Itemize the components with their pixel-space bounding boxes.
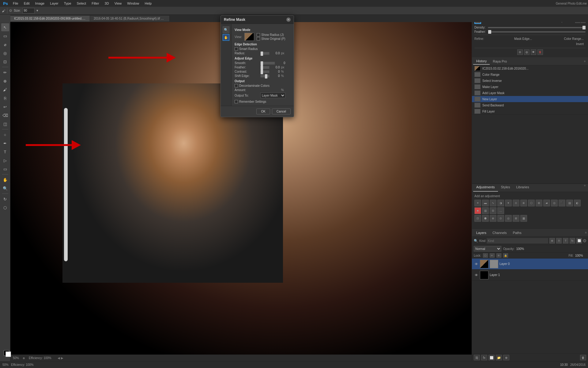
exposure-icon[interactable]: ◑ [497, 200, 504, 206]
decontaminate-checkbox[interactable] [235, 84, 238, 87]
ok-button[interactable]: OK [256, 109, 270, 114]
channel-mixer-icon[interactable]: ⊞ [536, 200, 542, 206]
levels-icon[interactable]: ▬ [482, 200, 489, 206]
blend-mode-select[interactable]: Normal [474, 246, 501, 251]
history-item-3[interactable]: Make Layer [472, 84, 588, 90]
tab-layers[interactable]: Layers [473, 230, 489, 236]
adj-icon-c[interactable]: ⊕ [490, 215, 496, 222]
adj-panel-collapse[interactable]: ≡ [583, 184, 587, 192]
smooth-slider[interactable] [260, 62, 275, 65]
new-group-btn[interactable]: 📁 [496, 355, 502, 360]
layers-mask-btn[interactable]: ⬜ [576, 238, 582, 243]
lock-pixels-btn[interactable]: ✏ [490, 253, 495, 258]
healing-tool[interactable]: ⊕ [1, 77, 9, 85]
tab-styles[interactable]: Styles [498, 184, 513, 192]
layers-panel-expand[interactable]: ≡ [585, 231, 587, 234]
foreground-color[interactable] [6, 351, 11, 357]
move-tool[interactable]: ↖ [1, 23, 9, 31]
invert-btn[interactable]: Invert [574, 42, 586, 46]
layer-1-visibility[interactable]: 👁 [474, 273, 479, 278]
nav-arrows[interactable]: ◀ ▶ [58, 356, 63, 360]
density-slider[interactable] [488, 27, 586, 28]
adj-icon-d[interactable]: ⊙ [497, 215, 504, 222]
dialog-close-btn[interactable]: ✕ [286, 17, 291, 22]
menu-file[interactable]: File [10, 1, 21, 6]
layer-0-mask-thumb[interactable] [490, 260, 498, 268]
dialog-zoom-tool[interactable]: 🔍 [223, 26, 229, 33]
layer-item-0[interactable]: 👁 Layer 0 [472, 259, 588, 270]
adj-icon-g[interactable]: ▦ [520, 215, 527, 222]
tab-main-document[interactable]: IC2015.03.02.158-Edit-20160203-091908-un… [10, 15, 90, 21]
brightness-contrast-icon[interactable]: ☀ [474, 200, 481, 206]
menu-3d[interactable]: 3D [102, 1, 111, 6]
layers-color-btn[interactable] [583, 239, 586, 242]
menu-select[interactable]: Select [74, 1, 89, 6]
menu-window[interactable]: Window [125, 1, 141, 6]
tab-adjustments[interactable]: Adjustments [473, 184, 498, 192]
remember-checkbox[interactable] [235, 100, 238, 103]
clone-tool[interactable]: ⎘ [1, 94, 9, 102]
tab-secondary-document[interactable]: 2016-04-05 18-40-51 (B,Radius4,Smoothing… [90, 15, 170, 21]
layer-0-visibility[interactable]: 👁 [474, 262, 479, 266]
adj-icon-f[interactable]: ⊞ [513, 215, 519, 222]
tab-raya-pro[interactable]: Raya Pro [490, 58, 510, 64]
layer-item-1[interactable]: 👁 Layer 1 [472, 270, 588, 281]
gradient-tool[interactable]: ◫ [1, 120, 9, 128]
add-mask-btn[interactable]: ⬜ [488, 355, 495, 360]
shape-tool[interactable]: ▭ [1, 165, 9, 173]
apply-mask-icon[interactable]: ⊙ [517, 49, 523, 55]
tab-paths[interactable]: Paths [510, 230, 525, 236]
lock-transparent-btn[interactable]: ⬡ [483, 253, 488, 258]
posterize-icon[interactable]: ▤ [566, 200, 573, 206]
lasso-tool[interactable]: ⌀ [1, 40, 9, 48]
path-select-tool[interactable]: ▷ [1, 156, 9, 164]
tab-history[interactable]: History [473, 58, 490, 65]
delete-mask-icon[interactable]: 🗑 [537, 49, 543, 55]
delete-layer-btn[interactable]: 🗑 [580, 355, 586, 360]
3d-tool[interactable]: ⬡ [1, 204, 9, 212]
menu-filter[interactable]: Filter [89, 1, 101, 6]
adj-icon-e[interactable]: ◎ [505, 215, 512, 222]
tab-libraries[interactable]: Libraries [513, 184, 532, 192]
photo-filter-icon[interactable]: ⬡ [528, 200, 535, 206]
selective-color-icon[interactable]: ◎ [551, 200, 558, 206]
contrast-slider[interactable] [260, 70, 270, 73]
shift-edge-slider[interactable] [260, 75, 270, 78]
color-range-btn[interactable]: Color Range... [562, 37, 586, 41]
dodge-tool[interactable]: ○ [1, 131, 9, 139]
layers-new-btn[interactable]: ⊕ [549, 238, 555, 243]
brush-tool[interactable]: 🖌 [1, 86, 9, 94]
menu-view[interactable]: View [112, 1, 124, 6]
pen-tool[interactable]: ✒ [1, 139, 9, 147]
lock-all-btn[interactable]: 🔒 [503, 253, 508, 258]
vibrance-icon[interactable]: ✦ [505, 200, 512, 206]
solid-color-icon[interactable]: ■ [474, 207, 481, 214]
invert-adj-icon[interactable]: ◐ [574, 200, 581, 206]
link-layers-btn[interactable]: ⛓ [474, 355, 480, 360]
new-layer-btn[interactable]: ⊕ [503, 355, 509, 360]
marquee-tool[interactable]: ▭ [1, 32, 9, 40]
zoom-tool[interactable]: 🔍 [1, 184, 9, 192]
history-panel-collapse[interactable]: ≡ [583, 60, 587, 63]
history-item-6[interactable]: Send Backward [472, 102, 588, 108]
output-to-select[interactable]: Layer Mask [260, 93, 285, 98]
layers-smart-filter-btn[interactable]: T [563, 238, 568, 243]
tab-channels[interactable]: Channels [489, 230, 510, 236]
feather-slider[interactable] [488, 31, 586, 33]
view-thumbnail[interactable] [244, 33, 254, 41]
cancel-button[interactable]: Cancel [272, 109, 291, 114]
hsl-icon[interactable]: ⊙ [513, 200, 519, 206]
show-original-checkbox[interactable] [257, 37, 260, 40]
pattern-fill-icon[interactable]: ⊟ [490, 207, 496, 214]
layers-filter-input[interactable] [487, 238, 548, 243]
history-item-4[interactable]: Add Layer Mask [472, 90, 588, 96]
menu-edit[interactable]: Edit [21, 1, 32, 6]
size-input[interactable] [22, 8, 35, 13]
mask-edge-btn[interactable]: Mask Edge... [512, 37, 534, 41]
history-item-new-layer[interactable]: New Layer [472, 96, 588, 102]
history-item-7[interactable]: Fill Layer [472, 108, 588, 114]
disable-mask-icon[interactable]: ◎ [524, 49, 530, 55]
menu-help[interactable]: Help [142, 1, 154, 6]
more-adj-icon[interactable]: … [497, 207, 504, 214]
adj-icon-a[interactable]: ⊡ [474, 215, 481, 222]
